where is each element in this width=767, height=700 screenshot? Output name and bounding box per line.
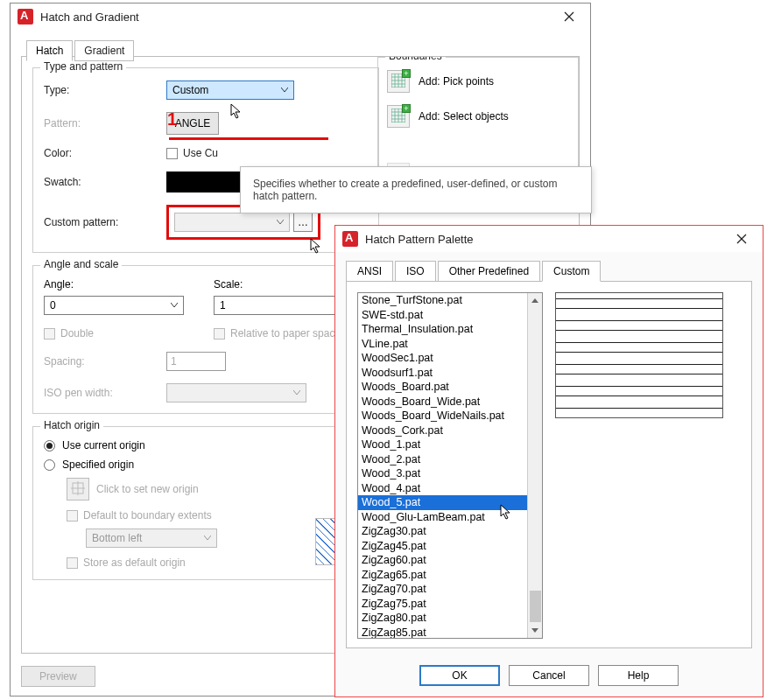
list-item[interactable]: ZigZag75.pat — [358, 597, 527, 612]
specified-origin-radio[interactable]: Specified origin — [44, 458, 368, 471]
dlg1-titlebar: Hatch and Gradient — [11, 4, 590, 30]
scroll-up-icon[interactable] — [528, 293, 542, 308]
list-item[interactable]: ZigZag60.pat — [358, 553, 527, 568]
chevron-down-icon — [281, 88, 288, 93]
scale-combo[interactable]: 1 — [214, 296, 354, 315]
set-origin-button — [67, 478, 89, 500]
dlg2-title: Hatch Pattern Palette — [365, 233, 728, 246]
group-title: Hatch origin — [40, 419, 103, 431]
chevron-down-icon — [171, 303, 178, 308]
help-button[interactable]: Help — [598, 665, 679, 686]
custom-pattern-label: Custom pattern: — [44, 216, 166, 228]
pattern-preview — [555, 292, 723, 418]
list-item[interactable]: Stone_TurfStone.pat — [358, 293, 527, 308]
list-item[interactable]: Woods_Board.pat — [358, 380, 527, 395]
list-item[interactable]: Woodsurf1.pat — [358, 366, 527, 381]
crosshair-icon — [71, 481, 85, 498]
custom-pattern-dropdown[interactable] — [174, 213, 290, 232]
list-item[interactable]: Wood_5.pat — [358, 495, 527, 510]
group-hatch-origin: Hatch origin Use current origin Specifie… — [32, 426, 379, 580]
annotation-underline — [169, 137, 328, 140]
list-item[interactable]: Wood_Glu-LamBeam.pat — [358, 510, 527, 525]
palette-panel: Stone_TurfStone.patSWE-std.patThermal_In… — [346, 281, 752, 648]
list-item[interactable]: Thermal_Insulation.pat — [358, 322, 527, 337]
autocad-app-icon — [342, 231, 358, 247]
spacing-label: Spacing: — [44, 355, 166, 368]
use-current-checkbox[interactable]: Use Cu — [166, 147, 218, 159]
group-title: Type and pattern — [40, 60, 126, 73]
tab-gradient[interactable]: Gradient — [74, 40, 134, 61]
group-type-and-pattern: Type and pattern Type: Custom Pattern: A… — [32, 67, 379, 253]
list-item[interactable]: ZigZag80.pat — [358, 611, 527, 626]
select-objects-button[interactable]: + — [387, 105, 410, 128]
pick-points-button[interactable]: + — [387, 70, 410, 93]
type-label: Type: — [44, 84, 166, 96]
group-title: Boundaries — [385, 56, 446, 62]
tab-other-predefined[interactable]: Other Predefined — [438, 261, 540, 282]
hatch-pattern-palette-dialog: Hatch Pattern Palette ANSI ISO Other Pre… — [334, 225, 763, 697]
list-item[interactable]: Woods_Cork.pat — [358, 424, 527, 438]
double-checkbox: Double — [44, 327, 198, 340]
list-item[interactable]: WoodSec1.pat — [358, 351, 527, 366]
pattern-label: Pattern: — [44, 117, 166, 130]
swatch-label: Swatch: — [44, 176, 166, 188]
click-to-set-label: Click to set new origin — [96, 483, 199, 495]
list-item[interactable]: Wood_3.pat — [358, 466, 527, 481]
tooltip: Specifies whether to create a predefined… — [240, 166, 592, 214]
list-item[interactable]: Wood_2.pat — [358, 452, 527, 467]
list-item[interactable]: Woods_Board_Wide.pat — [358, 395, 527, 410]
list-item[interactable]: VLine.pat — [358, 337, 527, 352]
tab-custom[interactable]: Custom — [542, 261, 601, 282]
custom-pattern-browse-button[interactable]: … — [293, 213, 313, 232]
scrollbar[interactable] — [527, 293, 542, 638]
color-label: Color: — [44, 147, 166, 159]
preview-button: Preview — [21, 666, 95, 687]
list-item[interactable]: ZigZag45.pat — [358, 539, 527, 554]
dlg1-title: Hatch and Gradient — [40, 10, 555, 24]
annotation-1: 1 — [167, 109, 177, 130]
type-value: Custom — [172, 84, 208, 96]
pattern-listbox[interactable]: Stone_TurfStone.patSWE-std.patThermal_In… — [357, 292, 543, 639]
list-item[interactable]: ZigZag30.pat — [358, 524, 527, 539]
list-item[interactable]: Wood_4.pat — [358, 481, 527, 496]
list-item[interactable]: Wood_1.pat — [358, 438, 527, 452]
scroll-thumb[interactable] — [530, 591, 541, 622]
chevron-down-icon — [204, 536, 211, 541]
list-item[interactable]: ZigZag70.pat — [358, 582, 527, 597]
angle-label: Angle: — [44, 278, 198, 290]
chevron-down-icon — [293, 390, 300, 396]
chevron-down-icon — [277, 220, 284, 225]
use-current-origin-radio[interactable]: Use current origin — [44, 439, 368, 452]
tab-iso[interactable]: ISO — [395, 261, 436, 282]
list-item[interactable]: Woods_Board_WideNails.pat — [358, 409, 527, 424]
list-item[interactable]: ZigZag65.pat — [358, 568, 527, 583]
close-icon[interactable] — [555, 6, 583, 27]
list-item[interactable]: SWE-std.pat — [358, 308, 527, 323]
ok-button[interactable]: OK — [419, 665, 500, 686]
select-objects-label: Add: Select objects — [419, 110, 509, 122]
group-title: Angle and scale — [40, 258, 122, 270]
tab-ansi[interactable]: ANSI — [346, 261, 393, 282]
iso-pen-label: ISO pen width: — [44, 387, 166, 399]
iso-pen-combo — [166, 383, 306, 402]
ellipsis-icon: … — [298, 216, 308, 228]
origin-position-combo: Bottom left — [86, 528, 217, 548]
scroll-down-icon[interactable] — [528, 623, 542, 638]
close-icon[interactable] — [728, 228, 756, 249]
autocad-app-icon — [18, 9, 33, 24]
angle-combo[interactable]: 0 — [44, 296, 184, 315]
tab-hatch[interactable]: Hatch — [26, 40, 73, 61]
pick-points-label: Add: Pick points — [419, 75, 494, 88]
cancel-button[interactable]: Cancel — [509, 665, 589, 686]
group-angle-and-scale: Angle and scale Angle: 0 Scale: — [32, 265, 379, 414]
type-dropdown[interactable]: Custom — [166, 80, 294, 100]
dlg2-titlebar: Hatch Pattern Palette — [335, 226, 763, 252]
list-item[interactable]: ZigZag85.pat — [358, 626, 527, 639]
spacing-input — [166, 352, 226, 371]
